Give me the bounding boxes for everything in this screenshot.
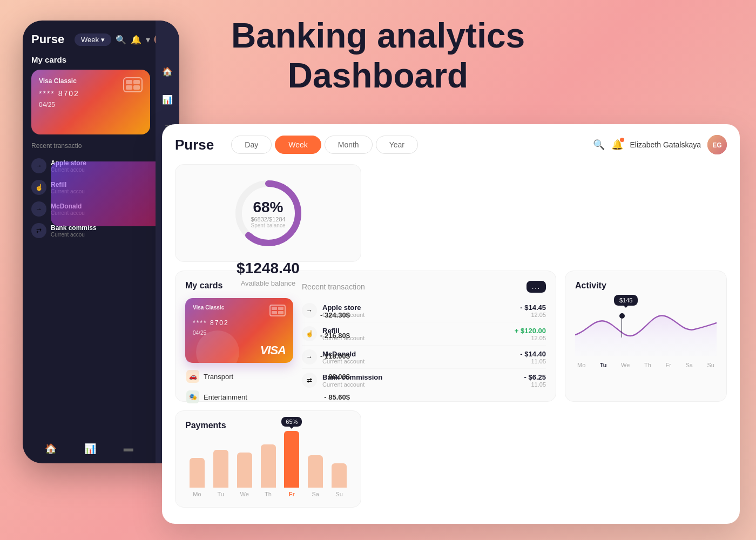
payment-bar xyxy=(213,450,228,488)
mobile-card-secondary xyxy=(51,161,170,226)
credit-card[interactable]: Visa Classic **** 8702 04/25 VISA xyxy=(185,298,293,363)
mobile-tx-share-icon: ⇄ xyxy=(31,223,46,238)
day-fr: Fr xyxy=(665,362,671,368)
svg-text:EG: EG xyxy=(712,141,721,149)
available-balance-label: Available balance xyxy=(241,279,296,287)
payments-title: Payments xyxy=(185,421,351,430)
day-mo: Mo xyxy=(577,362,585,368)
tab-month[interactable]: Month xyxy=(325,136,373,154)
activity-section: Activity $145 Mo Tu W xyxy=(565,271,727,402)
donut-chart: 68% $6832/$1284 Spent balance xyxy=(231,176,306,251)
mobile-nav-home-icon[interactable]: 🏠 xyxy=(160,64,175,79)
transport-amount: - 98.00$ xyxy=(324,373,350,381)
bar-fr: 65% Fr xyxy=(282,431,301,497)
dashboard-tabs: Day Week Month Year xyxy=(231,136,593,154)
payment-bar xyxy=(332,463,347,488)
mobile-bottom-card-icon[interactable]: ▬ xyxy=(124,443,133,455)
mobile-phone: Purse Week ▾ 🔍 🔔 ▾ 👤 My cards Visa Class… xyxy=(23,21,179,463)
donut-amount: $6832/$1284 xyxy=(251,216,285,222)
payment-bar xyxy=(261,444,276,488)
entertainment-label: Entertainment xyxy=(204,393,324,401)
mobile-bottom-home-icon[interactable]: 🏠 xyxy=(45,443,57,455)
mobile-chevron-icon: ▾ xyxy=(146,35,150,45)
entertainment-amount: - 85.60$ xyxy=(324,393,350,401)
transport-icon: 🚗 xyxy=(186,370,199,383)
mobile-tx-arrow-icon: → xyxy=(31,158,46,173)
activity-title: Activity xyxy=(575,281,717,291)
activity-line xyxy=(622,316,622,338)
mobile-bottom-nav: 🏠 📊 ▬ xyxy=(23,443,156,455)
bar-su: Su xyxy=(329,463,349,497)
activity-days: Mo Tu We Th Fr Sa Su xyxy=(575,362,717,368)
balance-panel: 68% $6832/$1284 Spent balance $1248.40 A… xyxy=(175,164,361,262)
day-sa: Sa xyxy=(685,362,692,368)
bar-th: Th xyxy=(259,444,278,497)
available-balance-amount: $1248.40 xyxy=(237,260,300,277)
donut-percent: 68% xyxy=(251,199,285,216)
spending-item-entertainment: 🎭 Entertainment - 85.60$ xyxy=(186,387,350,407)
payment-bar xyxy=(190,458,205,488)
spending-item-transport: 🚗 Transport - 98.00$ xyxy=(186,366,350,387)
mobile-app-name: Purse xyxy=(31,32,64,46)
payments-section: Payments Mo Tu We Th xyxy=(175,410,361,508)
education-amount: - 118.00$ xyxy=(320,352,350,360)
mobile-week-filter[interactable]: Week ▾ xyxy=(75,33,111,46)
day-su: Su xyxy=(707,362,714,368)
notification-dot xyxy=(620,138,624,142)
bar-tu: Tu xyxy=(211,450,231,497)
grocery-amount: - 324.30$ xyxy=(320,311,350,319)
mobile-bottom-chart-icon[interactable]: 📊 xyxy=(84,443,96,455)
payment-bar xyxy=(308,455,323,488)
entertainment-icon: 🎭 xyxy=(186,390,199,403)
payment-bar-highlight xyxy=(284,431,299,488)
bar-sa: Sa xyxy=(306,455,325,497)
mobile-tx-arrow2-icon: → xyxy=(31,201,46,217)
activity-dot xyxy=(619,313,625,319)
dashboard: Purse Day Week Month Year 🔍 🔔 Elizabeth … xyxy=(162,124,740,524)
payment-bar xyxy=(237,453,252,488)
mobile-credit-card[interactable]: Visa Classic **** 8702 04/25 xyxy=(31,70,150,134)
day-tu: Tu xyxy=(600,362,607,368)
activity-chart xyxy=(575,302,717,356)
user-name: Elizabeth Gatalskaya xyxy=(630,140,701,149)
mobile-bell-icon[interactable]: 🔔 xyxy=(131,35,141,45)
payments-tooltip: 65% xyxy=(281,417,302,427)
donut-label: Spent balance xyxy=(251,222,285,228)
payments-chart: Mo Tu We Th 65% xyxy=(185,438,351,497)
mobile-search-icon[interactable]: 🔍 xyxy=(116,35,126,45)
page-title: Banking analytics Dashboard xyxy=(231,16,525,96)
user-avatar: EG xyxy=(707,135,727,154)
dashboard-logo: Purse xyxy=(175,137,214,153)
bar-mo: Mo xyxy=(187,458,207,497)
mobile-tx-hand-icon: ☝ xyxy=(31,180,46,195)
tab-week[interactable]: Week xyxy=(275,136,321,154)
dashboard-content: My cards Visa Classic **** 8702 04/25 VI… xyxy=(175,164,727,508)
recent-transaction-title: Recent transaction xyxy=(302,282,365,291)
activity-tooltip: $145 xyxy=(614,295,638,306)
day-th: Th xyxy=(644,362,651,368)
mobile-nav-chart-icon[interactable]: 📊 xyxy=(160,92,175,107)
dashboard-header: Purse Day Week Month Year 🔍 🔔 Elizabeth … xyxy=(175,135,727,154)
shopping-amount: - 216.80$ xyxy=(320,332,350,340)
dashboard-header-right: 🔍 🔔 Elizabeth Gatalskaya EG xyxy=(593,135,727,154)
mobile-cards-title: My cards xyxy=(31,55,171,64)
bell-wrapper: 🔔 xyxy=(611,139,623,151)
day-we: We xyxy=(621,362,630,368)
mobile-recent-title: Recent transactio xyxy=(31,142,171,150)
visa-logo: VISA xyxy=(260,343,286,357)
more-button[interactable]: ... xyxy=(526,281,546,293)
tab-day[interactable]: Day xyxy=(231,136,272,154)
transport-label: Transport xyxy=(204,373,324,381)
bar-we: We xyxy=(235,453,254,497)
tab-year[interactable]: Year xyxy=(376,136,418,154)
search-icon[interactable]: 🔍 xyxy=(593,139,605,151)
